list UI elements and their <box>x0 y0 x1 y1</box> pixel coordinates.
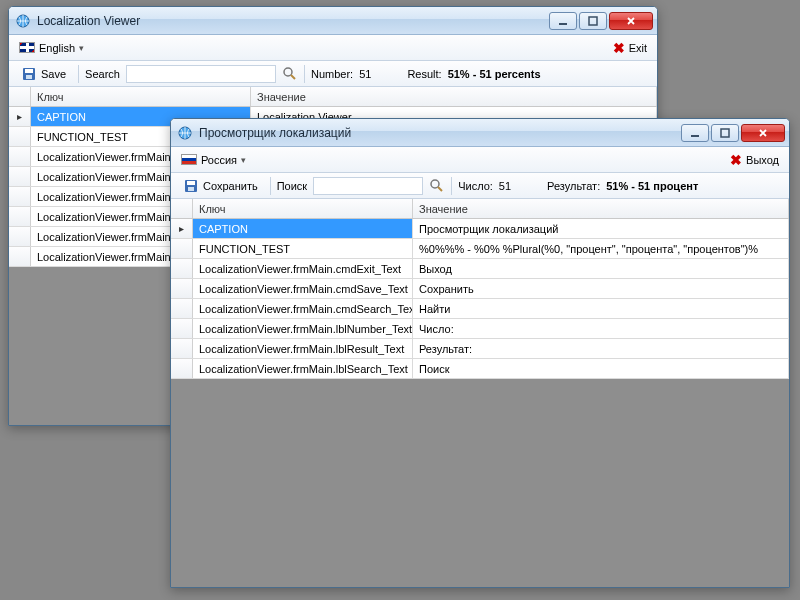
maximize-button[interactable] <box>579 12 607 30</box>
result-label: Result: <box>407 68 441 80</box>
number-value: 51 <box>359 68 371 80</box>
titlebar[interactable]: Localization Viewer <box>9 7 657 35</box>
language-dropdown[interactable]: English ▾ <box>15 40 88 56</box>
separator <box>451 177 452 195</box>
language-label: English <box>39 42 75 54</box>
row-selector[interactable] <box>9 187 31 206</box>
grid-area: Ключ Значение ▸CAPTIONПросмотрщик локали… <box>171 199 789 587</box>
row-selector[interactable] <box>171 239 193 258</box>
row-selector[interactable] <box>9 127 31 146</box>
data-grid[interactable]: Ключ Значение ▸CAPTIONПросмотрщик локали… <box>171 199 789 379</box>
number-label: Number: <box>311 68 353 80</box>
separator <box>304 65 305 83</box>
col-header-value[interactable]: Значение <box>251 87 657 106</box>
save-button[interactable]: Save <box>15 64 72 84</box>
col-header-key[interactable]: Ключ <box>31 87 251 106</box>
action-toolbar: Save Search Number: 51 Result: 51% - 51 … <box>9 61 657 87</box>
minimize-button[interactable] <box>681 124 709 142</box>
app-icon <box>15 13 31 29</box>
search-icon[interactable] <box>429 178 445 194</box>
row-pointer-icon: ▸ <box>17 111 22 122</box>
chevron-down-icon: ▾ <box>241 155 246 165</box>
cell-key[interactable]: LocalizationViewer.frmMain.cmdSearch_Tex… <box>193 299 413 318</box>
action-toolbar: Сохранить Поиск Число: 51 Результат: 51%… <box>171 173 789 199</box>
row-selector[interactable] <box>171 299 193 318</box>
cell-key[interactable]: LocalizationViewer.frmMain.lblSearch_Tex… <box>193 359 413 378</box>
search-input[interactable] <box>313 177 423 195</box>
table-row[interactable]: LocalizationViewer.frmMain.cmdExit_TextВ… <box>171 259 789 279</box>
cell-value[interactable]: Выход <box>413 259 789 278</box>
row-selector[interactable] <box>9 207 31 226</box>
number-value: 51 <box>499 180 511 192</box>
row-selector[interactable] <box>9 227 31 246</box>
table-row[interactable]: LocalizationViewer.frmMain.cmdSave_TextС… <box>171 279 789 299</box>
row-selector[interactable] <box>9 167 31 186</box>
save-button[interactable]: Сохранить <box>177 176 264 196</box>
exit-button[interactable]: ✖ Выход <box>726 150 783 170</box>
cell-key[interactable]: CAPTION <box>193 219 413 238</box>
window-buttons <box>681 124 785 142</box>
close-button[interactable] <box>609 12 653 30</box>
row-selector[interactable] <box>171 259 193 278</box>
cell-key[interactable]: LocalizationViewer.frmMain.cmdSave_Text <box>193 279 413 298</box>
col-header-value[interactable]: Значение <box>413 199 789 218</box>
cell-value[interactable]: Сохранить <box>413 279 789 298</box>
row-selector[interactable] <box>171 319 193 338</box>
table-row[interactable]: LocalizationViewer.frmMain.cmdSearch_Tex… <box>171 299 789 319</box>
chevron-down-icon: ▾ <box>79 43 84 53</box>
cell-value[interactable]: Поиск <box>413 359 789 378</box>
window-title: Просмотрщик локализаций <box>199 126 681 140</box>
row-selector[interactable]: ▸ <box>9 107 31 126</box>
language-toolbar: English ▾ ✖ Exit <box>9 35 657 61</box>
save-icon <box>21 66 37 82</box>
exit-button[interactable]: ✖ Exit <box>609 38 651 58</box>
close-button[interactable] <box>741 124 785 142</box>
table-row[interactable]: ▸CAPTIONПросмотрщик локализаций <box>171 219 789 239</box>
svg-point-13 <box>431 180 439 188</box>
row-selector[interactable] <box>9 247 31 266</box>
row-selector-header <box>171 199 193 218</box>
language-toolbar: Россия ▾ ✖ Выход <box>171 147 789 173</box>
cell-key[interactable]: LocalizationViewer.frmMain.cmdExit_Text <box>193 259 413 278</box>
table-row[interactable]: LocalizationViewer.frmMain.lblSearch_Tex… <box>171 359 789 379</box>
exit-label: Выход <box>746 154 779 166</box>
cell-value[interactable]: Результат: <box>413 339 789 358</box>
titlebar[interactable]: Просмотрщик локализаций <box>171 119 789 147</box>
cell-key[interactable]: FUNCTION_TEST <box>193 239 413 258</box>
row-selector[interactable] <box>171 339 193 358</box>
minimize-button[interactable] <box>549 12 577 30</box>
close-icon: ✖ <box>613 40 625 56</box>
svg-rect-9 <box>721 129 729 137</box>
maximize-button[interactable] <box>711 124 739 142</box>
save-label: Save <box>41 68 66 80</box>
svg-rect-1 <box>559 23 567 25</box>
save-label: Сохранить <box>203 180 258 192</box>
row-selector[interactable] <box>9 147 31 166</box>
cell-value[interactable]: Просмотрщик локализаций <box>413 219 789 238</box>
search-icon[interactable] <box>282 66 298 82</box>
result-value: 51% - 51 percents <box>448 68 541 80</box>
separator <box>78 65 79 83</box>
exit-label: Exit <box>629 42 647 54</box>
table-row[interactable]: LocalizationViewer.frmMain.lblResult_Tex… <box>171 339 789 359</box>
row-selector[interactable] <box>171 279 193 298</box>
search-label: Search <box>85 68 120 80</box>
row-pointer-icon: ▸ <box>179 223 184 234</box>
cell-value[interactable]: Найти <box>413 299 789 318</box>
table-row[interactable]: LocalizationViewer.frmMain.lblNumber_Tex… <box>171 319 789 339</box>
search-input[interactable] <box>126 65 276 83</box>
row-selector[interactable] <box>171 359 193 378</box>
cell-key[interactable]: LocalizationViewer.frmMain.lblResult_Tex… <box>193 339 413 358</box>
flag-ru-icon <box>181 154 197 165</box>
table-row[interactable]: FUNCTION_TEST%0%%% - %0% %Plural(%0, "пр… <box>171 239 789 259</box>
cell-value[interactable]: Число: <box>413 319 789 338</box>
result-label: Результат: <box>547 180 600 192</box>
row-selector[interactable]: ▸ <box>171 219 193 238</box>
flag-uk-icon <box>19 42 35 53</box>
col-header-key[interactable]: Ключ <box>193 199 413 218</box>
cell-value[interactable]: %0%%% - %0% %Plural(%0, "процент", "проц… <box>413 239 789 258</box>
svg-rect-12 <box>188 187 194 191</box>
cell-key[interactable]: LocalizationViewer.frmMain.lblNumber_Tex… <box>193 319 413 338</box>
save-icon <box>183 178 199 194</box>
language-dropdown[interactable]: Россия ▾ <box>177 152 250 168</box>
